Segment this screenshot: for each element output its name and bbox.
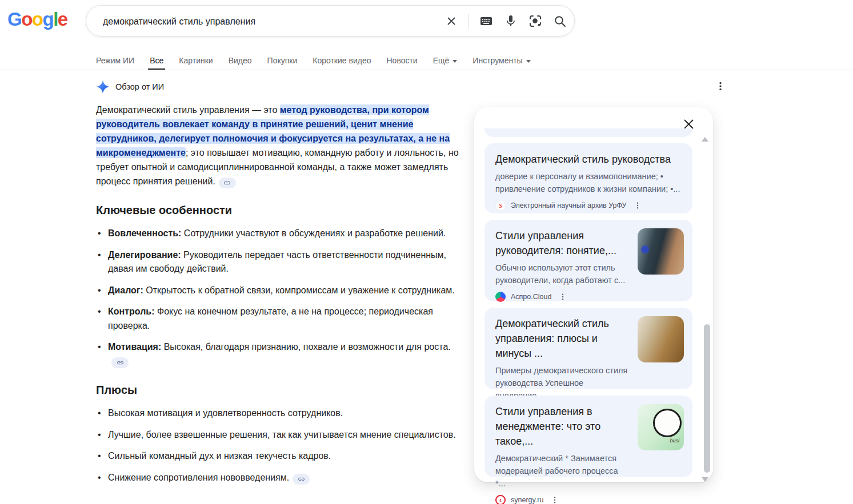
results-tabs: Режим ИИ Все Картинки Видео Покупки Коро… xyxy=(96,51,531,70)
source-card[interactable]: Демократический стиль руководства довери… xyxy=(484,143,692,213)
scroll-up-icon[interactable] xyxy=(702,137,708,142)
ai-overview-paragraph: Демократический стиль управления — это м… xyxy=(96,103,465,188)
chevron-down-icon xyxy=(526,60,531,63)
source-snippet: Обычно используют этот стиль руководител… xyxy=(495,261,628,287)
ai-overview-label: Обзор от ИИ xyxy=(115,82,164,91)
more-options-icon[interactable] xyxy=(559,293,567,301)
header-divider xyxy=(0,70,853,70)
citation-link-chip[interactable] xyxy=(293,474,310,485)
logo-letter: o xyxy=(21,9,32,30)
list-item: Делегирование: Руководитель передает час… xyxy=(96,248,465,276)
paragraph-text: Демократический стиль управления — это xyxy=(96,105,280,115)
scrollbar-thumb[interactable] xyxy=(704,324,710,473)
tab-short-videos[interactable]: Короткие видео xyxy=(313,51,371,70)
scroll-down-icon[interactable] xyxy=(702,477,708,482)
tab-videos[interactable]: Видео xyxy=(229,51,252,70)
tab-label: Все xyxy=(150,52,163,69)
google-logo[interactable]: Google xyxy=(7,9,67,30)
source-name[interactable]: synergy.ru xyxy=(511,496,543,504)
microphone-icon[interactable] xyxy=(504,14,518,28)
tab-all[interactable]: Все xyxy=(150,51,163,70)
source-title[interactable]: Демократический стиль управления: плюсы … xyxy=(495,316,628,361)
lightbulb-icon xyxy=(653,409,682,437)
source-snippet: Демократический * Занимается модерацией … xyxy=(495,452,628,490)
logo-letter: o xyxy=(32,9,43,30)
source-title[interactable]: Демократический стиль руководства xyxy=(495,152,682,167)
source-name[interactable]: Аспро.Cloud xyxy=(511,293,551,301)
tab-label: Картинки xyxy=(179,52,213,69)
item-text: Высокая, благодаря признанию, похвале и … xyxy=(161,342,450,352)
source-snippet: доверие к персоналу и взаимопонимание; •… xyxy=(495,170,682,195)
source-attribution: ‹ synergy.ru xyxy=(495,495,682,504)
pros-list: Высокая мотивация и удовлетворенность со… xyxy=(96,406,465,485)
item-term: Диалог: xyxy=(108,285,143,295)
list-item: Лучшие, более взвешенные решения, так ка… xyxy=(96,428,465,442)
search-bar-icons xyxy=(446,6,567,36)
more-options-icon[interactable] xyxy=(634,201,642,209)
source-attribution: Аспро.Cloud xyxy=(495,292,682,302)
source-card[interactable]: Демократический стиль управления: плюсы … xyxy=(484,308,692,389)
logo-letter: g xyxy=(43,9,54,30)
section-heading-key-features: Ключевые особенности xyxy=(96,203,465,217)
tab-shopping[interactable]: Покупки xyxy=(267,51,298,70)
source-favicon: S xyxy=(495,200,506,211)
item-term: Контроль: xyxy=(108,307,155,316)
logo-letter: l xyxy=(53,9,58,30)
ai-sparkle-icon xyxy=(96,80,110,94)
chevron-down-icon xyxy=(452,60,457,63)
tab-label: Режим ИИ xyxy=(96,52,134,69)
search-input[interactable] xyxy=(102,6,452,37)
item-text: Фокус на конечном результате, а не на пр… xyxy=(108,307,433,330)
tab-more[interactable]: Ещё xyxy=(433,51,458,70)
tab-label: Новости xyxy=(386,52,417,69)
source-attribution: S Электронный научный архив УрФУ xyxy=(495,200,682,211)
list-item: Диалог: Открытость к обратной связи, ком… xyxy=(96,284,465,298)
source-title[interactable]: Стили управления руководителя: понятие,.… xyxy=(495,228,628,258)
list-item: Сильный командный дух и низкая текучесть… xyxy=(96,449,465,463)
search-bar-divider xyxy=(468,14,468,29)
key-features-list: Вовлеченность: Сотрудники участвуют в об… xyxy=(96,227,465,368)
source-title[interactable]: Стили управления в менеджменте: что это … xyxy=(495,404,628,449)
source-thumbnail-business-people[interactable] xyxy=(638,228,684,275)
thumbnail-text: busi xyxy=(670,438,679,443)
tab-images[interactable]: Картинки xyxy=(179,51,213,70)
clear-icon[interactable] xyxy=(446,15,457,27)
source-thumbnail-illustration[interactable]: busi xyxy=(638,404,684,450)
tab-ai-mode[interactable]: Режим ИИ xyxy=(96,51,134,70)
keyboard-icon[interactable] xyxy=(479,14,493,28)
ai-overview-section: Обзор от ИИ Демократический стиль управл… xyxy=(96,79,465,492)
tab-news[interactable]: Новости xyxy=(386,51,417,70)
item-text: Сильный командный дух и низкая текучесть… xyxy=(108,451,331,461)
source-card-partial[interactable] xyxy=(484,128,692,137)
source-name[interactable]: Электронный научный архив УрФУ xyxy=(511,201,626,209)
more-options-icon[interactable] xyxy=(715,81,726,94)
search-icon[interactable] xyxy=(553,14,567,28)
tab-label: Ещё xyxy=(433,52,450,69)
citation-link-chip[interactable] xyxy=(111,357,129,368)
list-item: Снижение сопротивления нововведениям. xyxy=(96,471,465,485)
citation-link-chip[interactable] xyxy=(219,178,236,188)
list-item: Высокая мотивация и удовлетворенность со… xyxy=(96,406,465,421)
source-card[interactable]: Стили управления в менеджменте: что это … xyxy=(484,396,692,477)
source-cards-list: Демократический стиль руководства довери… xyxy=(484,128,692,483)
item-term: Делегирование: xyxy=(108,250,181,260)
logo-letter: G xyxy=(7,9,21,30)
source-favicon xyxy=(495,292,506,302)
lens-camera-icon[interactable] xyxy=(528,14,542,28)
logo-letter: e xyxy=(58,9,67,30)
item-text: Снижение сопротивления нововведениям. xyxy=(108,473,289,482)
search-bar[interactable] xyxy=(86,5,575,37)
tab-tools[interactable]: Инструменты xyxy=(472,51,530,70)
list-item: Мотивация: Высокая, благодаря признанию,… xyxy=(96,340,465,368)
source-card[interactable]: Стили управления руководителя: понятие,.… xyxy=(484,220,692,301)
item-text: Открытость к обратной связи, компромисса… xyxy=(143,285,455,295)
more-options-icon[interactable] xyxy=(551,496,559,504)
list-item: Вовлеченность: Сотрудники участвуют в об… xyxy=(96,227,465,241)
item-text: Лучшие, более взвешенные решения, так ка… xyxy=(108,430,456,440)
item-text: Высокая мотивация и удовлетворенность со… xyxy=(108,408,343,418)
google-search-page: Google Режим ИИ Все Картинки Виде xyxy=(0,0,853,504)
ai-overview-header: Обзор от ИИ xyxy=(96,79,465,94)
section-heading-pros: Плюсы xyxy=(96,383,465,397)
tab-label: Инструменты xyxy=(472,52,522,69)
source-thumbnail-dominoes[interactable] xyxy=(638,316,684,362)
